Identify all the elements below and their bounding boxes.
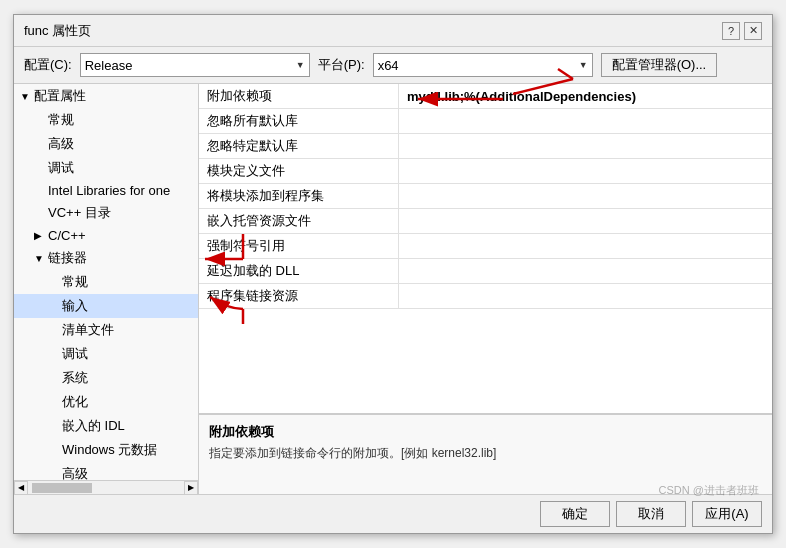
prop-name: 模块定义文件 <box>199 159 399 183</box>
prop-value <box>399 134 772 158</box>
tree-item-intel-libs[interactable]: Intel Libraries for one <box>14 180 198 201</box>
ok-button[interactable]: 确定 <box>540 501 610 527</box>
prop-name: 将模块添加到程序集 <box>199 184 399 208</box>
scroll-right-button[interactable]: ▶ <box>184 481 198 495</box>
table-row[interactable]: 程序集链接资源 <box>199 284 772 309</box>
apply-button[interactable]: 应用(A) <box>692 501 762 527</box>
description-text: 指定要添加到链接命令行的附加项。[例如 kernel32.lib] <box>209 445 762 462</box>
prop-name: 忽略所有默认库 <box>199 109 399 133</box>
tree-item-label: C/C++ <box>48 228 86 243</box>
tree-item-linker-debug[interactable]: 调试 <box>14 342 198 366</box>
prop-name: 忽略特定默认库 <box>199 134 399 158</box>
description-title: 附加依赖项 <box>209 423 762 441</box>
tree-item-label: Intel Libraries for one <box>48 183 170 198</box>
tree-item-vc-dirs[interactable]: VC++ 目录 <box>14 201 198 225</box>
tree-item-linker-opt[interactable]: 优化 <box>14 390 198 414</box>
table-row[interactable]: 延迟加载的 DLL <box>199 259 772 284</box>
tree-item-linker-input[interactable]: 输入 <box>14 294 198 318</box>
tree-item-label: VC++ 目录 <box>48 204 111 222</box>
table-row[interactable]: 嵌入托管资源文件 <box>199 209 772 234</box>
prop-value <box>399 234 772 258</box>
config-label: 配置(C): <box>24 56 72 74</box>
prop-value <box>399 109 772 133</box>
tree-item-linker-win-meta[interactable]: Windows 元数据 <box>14 438 198 462</box>
tree-item-label: Windows 元数据 <box>62 441 157 459</box>
prop-value <box>399 159 772 183</box>
config-manager-button[interactable]: 配置管理器(O)... <box>601 53 718 77</box>
tree-item-label: 系统 <box>62 369 88 387</box>
tree-item-label: 链接器 <box>48 249 87 267</box>
prop-name: 附加依赖项 <box>199 84 399 108</box>
description-panel: 附加依赖项 指定要添加到链接命令行的附加项。[例如 kernel32.lib] <box>199 414 772 494</box>
scroll-track-h <box>28 482 184 494</box>
tree-item-advanced[interactable]: 高级 <box>14 132 198 156</box>
help-button[interactable]: ? <box>722 22 740 40</box>
prop-value <box>399 184 772 208</box>
tree-item-config-props[interactable]: ▼ 配置属性 <box>14 84 198 108</box>
tree-item-cpp[interactable]: ▶ C/C++ <box>14 225 198 246</box>
tree-item-linker-system[interactable]: 系统 <box>14 366 198 390</box>
table-row[interactable]: 将模块添加到程序集 <box>199 184 772 209</box>
config-select[interactable]: Release <box>80 53 310 77</box>
tree-item-label: 配置属性 <box>34 87 86 105</box>
scroll-thumb-h[interactable] <box>32 483 92 493</box>
properties-table: 附加依赖项 mydll.lib;%(AdditionalDependencies… <box>199 84 772 414</box>
dialog-title: func 属性页 <box>24 22 91 40</box>
tree-item-label: 清单文件 <box>62 321 114 339</box>
tree-item-label: 高级 <box>62 465 88 480</box>
scroll-left-button[interactable]: ◀ <box>14 481 28 495</box>
prop-name: 程序集链接资源 <box>199 284 399 308</box>
table-row[interactable]: 忽略所有默认库 <box>199 109 772 134</box>
tree-item-label: 高级 <box>48 135 74 153</box>
tree-item-linker-manifest[interactable]: 清单文件 <box>14 318 198 342</box>
close-button[interactable]: ✕ <box>744 22 762 40</box>
tree-item-label: 调试 <box>62 345 88 363</box>
tree-item-linker-general[interactable]: 常规 <box>14 270 198 294</box>
table-row[interactable]: 模块定义文件 <box>199 159 772 184</box>
platform-label: 平台(P): <box>318 56 365 74</box>
tree-item-label: 常规 <box>62 273 88 291</box>
prop-value <box>399 209 772 233</box>
prop-name: 强制符号引用 <box>199 234 399 258</box>
tree-item-linker-adv[interactable]: 高级 <box>14 462 198 480</box>
prop-name: 嵌入托管资源文件 <box>199 209 399 233</box>
platform-select[interactable]: x64 <box>373 53 593 77</box>
tree-item-linker-idl[interactable]: 嵌入的 IDL <box>14 414 198 438</box>
table-row[interactable]: 忽略特定默认库 <box>199 134 772 159</box>
tree-item-label: 输入 <box>62 297 88 315</box>
tree-item-label: 优化 <box>62 393 88 411</box>
prop-name: 延迟加载的 DLL <box>199 259 399 283</box>
tree-item-general[interactable]: 常规 <box>14 108 198 132</box>
prop-value <box>399 259 772 283</box>
tree-item-debug[interactable]: 调试 <box>14 156 198 180</box>
tree-item-label: 常规 <box>48 111 74 129</box>
cancel-button[interactable]: 取消 <box>616 501 686 527</box>
expand-icon: ▼ <box>20 91 32 102</box>
tree-item-label: 嵌入的 IDL <box>62 417 125 435</box>
prop-value <box>399 284 772 308</box>
tree-item-linker[interactable]: ▼ 链接器 <box>14 246 198 270</box>
table-row[interactable]: 强制符号引用 <box>199 234 772 259</box>
prop-value: mydll.lib;%(AdditionalDependencies) <box>399 84 772 108</box>
table-row[interactable]: 附加依赖项 mydll.lib;%(AdditionalDependencies… <box>199 84 772 109</box>
tree-item-label: 调试 <box>48 159 74 177</box>
